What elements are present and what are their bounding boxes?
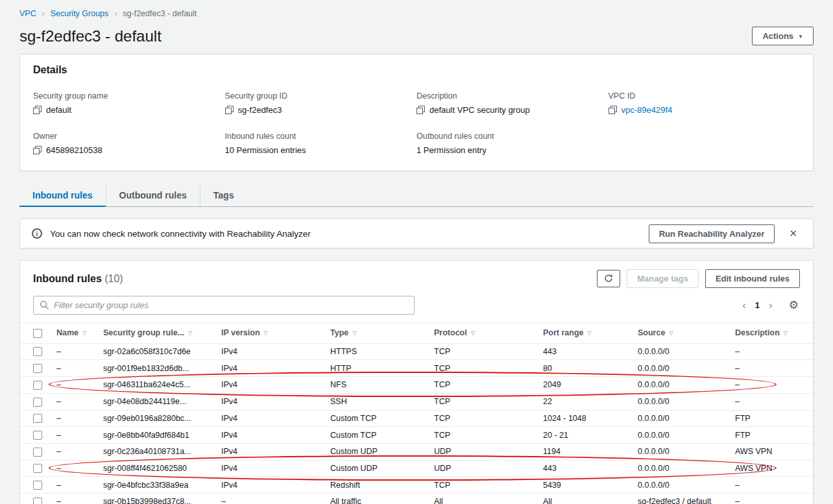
column-header-label: IP version bbox=[221, 328, 260, 337]
table-row: –sgr-0e4bfcbc33f38a9eaIPv4RedshiftTCP543… bbox=[20, 477, 813, 494]
column-header-label: Description bbox=[735, 328, 780, 337]
sort-icon: ▽ bbox=[784, 330, 788, 336]
actions-button[interactable]: Actions▼ bbox=[752, 27, 814, 45]
refresh-button[interactable] bbox=[597, 270, 620, 287]
vpc-id-link[interactable]: vpc-89e429f4 bbox=[622, 105, 673, 115]
inbound-rules-panel-header: Inbound rules (10) Manage tags Edit inbo… bbox=[20, 261, 813, 294]
settings-gear-icon[interactable]: ⚙ bbox=[780, 300, 800, 311]
detail-field-label: Security group ID bbox=[225, 91, 417, 101]
breadcrumb-vpc[interactable]: VPC bbox=[19, 9, 36, 18]
tab-outbound-rules[interactable]: Outbound rules bbox=[106, 184, 200, 206]
filter-row: ‹ 1 › ⚙ bbox=[20, 294, 813, 322]
cell-name: – bbox=[50, 477, 97, 494]
details-panel: Details Security group namedefaultSecuri… bbox=[19, 54, 814, 171]
column-header[interactable]: Type▽ bbox=[324, 323, 428, 344]
column-header[interactable]: Port range▽ bbox=[537, 323, 631, 344]
cell-type: SSH bbox=[324, 393, 428, 410]
cell-ip_version: IPv4 bbox=[215, 460, 324, 477]
cell-ip_version: IPv4 bbox=[215, 393, 324, 410]
cell-rule_id: sgr-008ff4f4621062580 bbox=[97, 460, 215, 477]
column-header-label: Port range bbox=[543, 328, 584, 337]
column-header[interactable]: Description▽ bbox=[729, 323, 813, 344]
row-checkbox[interactable] bbox=[33, 448, 42, 457]
copy-icon[interactable] bbox=[33, 146, 42, 154]
detail-field: Owner645898210538 bbox=[33, 132, 225, 155]
close-icon[interactable]: ✕ bbox=[782, 224, 804, 243]
detail-field: Security group IDsg-f2edfec3 bbox=[225, 91, 417, 115]
detail-field-value: vpc-89e429f4 bbox=[609, 105, 801, 115]
row-checkbox[interactable] bbox=[33, 464, 42, 473]
cell-rule_id: sgr-0e4bfcbc33f38a9ea bbox=[97, 477, 215, 494]
detail-field-label: Outbound rules count bbox=[416, 132, 609, 141]
inbound-rules-title-text: Inbound rules bbox=[33, 273, 102, 284]
breadcrumb-security-groups[interactable]: Security Groups bbox=[51, 9, 109, 18]
breadcrumb: VPC › Security Groups › sg-f2edfec3 - de… bbox=[19, 9, 814, 18]
copy-icon[interactable] bbox=[33, 106, 42, 114]
row-checkbox[interactable] bbox=[33, 414, 42, 423]
sort-icon: ▽ bbox=[82, 330, 86, 336]
cell-ip_version: IPv4 bbox=[215, 427, 324, 444]
row-checkbox[interactable] bbox=[33, 364, 42, 373]
cell-source: 0.0.0.0/0 bbox=[631, 427, 729, 444]
cell-name: – bbox=[50, 377, 97, 394]
row-checkbox[interactable] bbox=[33, 347, 42, 356]
column-header[interactable]: Security group rule...▽ bbox=[97, 323, 215, 344]
breadcrumb-separator-icon: › bbox=[114, 9, 117, 18]
cell-description: FTP bbox=[729, 427, 813, 444]
copy-icon[interactable] bbox=[609, 106, 617, 114]
detail-field-label: Security group name bbox=[33, 91, 225, 101]
banner-text: You can now check network connectivity w… bbox=[50, 229, 641, 239]
current-page[interactable]: 1 bbox=[753, 300, 762, 310]
detail-field-label: Owner bbox=[33, 132, 225, 141]
tabs: Inbound rules Outbound rules Tags bbox=[19, 184, 814, 207]
column-header[interactable]: Name▽ bbox=[50, 323, 97, 344]
next-page-button[interactable]: › bbox=[764, 300, 777, 311]
filter-rules-input[interactable] bbox=[33, 296, 415, 315]
row-checkbox[interactable] bbox=[33, 498, 42, 504]
detail-field: Outbound rules count1 Permission entry bbox=[416, 132, 609, 155]
row-checkbox[interactable] bbox=[33, 381, 42, 390]
column-header[interactable]: Source▽ bbox=[631, 323, 729, 344]
cell-port_range: 1194 bbox=[537, 443, 631, 460]
column-header[interactable]: Protocol▽ bbox=[428, 323, 537, 344]
detail-field-value-text: 10 Permission entries bbox=[225, 145, 306, 155]
previous-page-button[interactable]: ‹ bbox=[738, 300, 751, 311]
cell-name: – bbox=[50, 393, 97, 410]
row-checkbox[interactable] bbox=[33, 398, 42, 407]
cell-name: – bbox=[50, 343, 97, 360]
cell-description: AWS VPN bbox=[729, 460, 813, 477]
edit-inbound-rules-button[interactable]: Edit inbound rules bbox=[705, 269, 800, 288]
cell-protocol: TCP bbox=[428, 477, 537, 494]
detail-field: Security group namedefault bbox=[33, 91, 225, 115]
cell-name: – bbox=[50, 427, 97, 444]
detail-field: Inbound rules count10 Permission entries bbox=[225, 132, 417, 155]
copy-icon[interactable] bbox=[225, 106, 234, 114]
tab-inbound-rules[interactable]: Inbound rules bbox=[19, 184, 106, 206]
tab-tags[interactable]: Tags bbox=[200, 184, 247, 206]
copy-icon[interactable] bbox=[416, 106, 425, 114]
search-icon bbox=[40, 300, 49, 310]
cell-description: AWS VPN bbox=[729, 443, 813, 460]
run-reachability-analyzer-button[interactable]: Run Reachability Analyzer bbox=[649, 224, 775, 243]
sort-icon: ▽ bbox=[588, 330, 592, 336]
manage-tags-button[interactable]: Manage tags bbox=[627, 269, 699, 288]
cell-rule_id: sgr-046311ba624e4c5... bbox=[97, 377, 215, 394]
cell-rule_id: sgr-04e08db244119e... bbox=[97, 393, 215, 410]
detail-field-value: 1 Permission entry bbox=[416, 145, 609, 155]
cell-type: Custom UDP bbox=[324, 443, 428, 460]
cell-ip_version: IPv4 bbox=[215, 360, 324, 377]
cell-rule_id: sgr-09eb0196a8280bc... bbox=[97, 410, 215, 427]
row-checkbox[interactable] bbox=[33, 431, 42, 440]
search-box bbox=[33, 296, 415, 315]
row-checkbox[interactable] bbox=[33, 481, 42, 490]
cell-rule_id: sgr-0e8bb40fa9df684b1 bbox=[97, 427, 215, 444]
cell-protocol: UDP bbox=[428, 460, 537, 477]
pagination: ‹ 1 › ⚙ bbox=[738, 300, 800, 311]
cell-type: Custom UDP bbox=[324, 460, 428, 477]
security-group-detail-page: VPC › Security Groups › sg-f2edfec3 - de… bbox=[0, 0, 833, 504]
info-icon: i bbox=[32, 228, 42, 239]
page-header: sg-f2edfec3 - default Actions▼ bbox=[19, 27, 814, 45]
column-header-label: Source bbox=[638, 328, 665, 337]
select-all-checkbox[interactable] bbox=[33, 329, 42, 338]
column-header[interactable]: IP version▽ bbox=[215, 323, 324, 344]
